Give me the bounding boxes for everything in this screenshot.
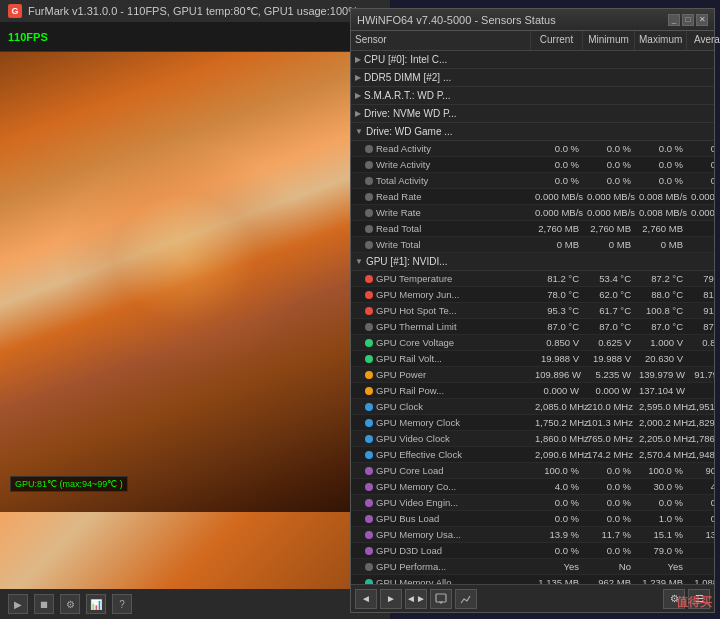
- sensor-row-wdgame-0[interactable]: Read Activity0.0 %0.0 %0.0 %0.0 %: [351, 141, 714, 157]
- expand-arrow-icon: ▼: [355, 127, 363, 136]
- sensor-value-3: 0.0 %: [687, 159, 714, 170]
- toolbar-monitor-btn[interactable]: [430, 589, 452, 609]
- sensor-row-gpu-6[interactable]: GPU Power109.896 W5.235 W139.979 W91.794…: [351, 367, 714, 383]
- sensor-row-gpu-14[interactable]: GPU Video Engin...0.0 %0.0 %0.0 %0.0 %: [351, 495, 714, 511]
- sensor-row-gpu-5[interactable]: GPU Rail Volt...19.988 V19.988 V20.630 V: [351, 351, 714, 367]
- furmark-btn-3[interactable]: ⚙: [60, 594, 80, 614]
- furmark-btn-1[interactable]: ▶: [8, 594, 28, 614]
- sensor-value-3: 0.0 %: [687, 143, 714, 154]
- sensor-row-wdgame-3[interactable]: Read Rate0.000 MB/s0.000 MB/s0.008 MB/s0…: [351, 189, 714, 205]
- sensor-row-gpu-17[interactable]: GPU D3D Load0.0 %0.0 %79.0 %: [351, 543, 714, 559]
- hwinfo-close-btn[interactable]: ✕: [696, 14, 708, 26]
- group-cpu[interactable]: ▶CPU [#0]: Intel C...: [351, 51, 714, 69]
- sensor-value-2: 0.0 %: [635, 159, 687, 170]
- header-maximum: Maximum: [635, 31, 687, 50]
- expand-arrow-icon: ▶: [355, 109, 361, 118]
- sensor-row-gpu-15[interactable]: GPU Bus Load0.0 %0.0 %1.0 %0.1 %: [351, 511, 714, 527]
- sensor-value-1: 53.4 °C: [583, 273, 635, 284]
- sensor-row-gpu-4[interactable]: GPU Core Voltage0.850 V0.625 V1.000 V0.8…: [351, 335, 714, 351]
- sensor-value-1: 19.988 V: [583, 353, 635, 364]
- group-smart[interactable]: ▶S.M.A.R.T.: WD P...: [351, 87, 714, 105]
- hwinfo-sensor-list[interactable]: ▶CPU [#0]: Intel C...▶DDR5 DIMM [#2] ...…: [351, 51, 714, 584]
- sensor-row-gpu-0[interactable]: GPU Temperature81.2 °C53.4 °C87.2 °C79.1…: [351, 271, 714, 287]
- sensor-row-gpu-18[interactable]: GPU Performa...YesNoYesYes: [351, 559, 714, 575]
- hwinfo-titlebar: HWiNFO64 v7.40-5000 - Sensors Status _ □…: [351, 9, 714, 31]
- temp-sensor-icon: [365, 291, 373, 299]
- sensor-value-2: 87.2 °C: [635, 273, 687, 284]
- sensor-row-wdgame-1[interactable]: Write Activity0.0 %0.0 %0.0 %0.0 %: [351, 157, 714, 173]
- sensor-value-2: 15.1 %: [635, 529, 687, 540]
- sensor-value-2: 1.0 %: [635, 513, 687, 524]
- sensor-name-cell: GPU Effective Clock: [351, 449, 531, 460]
- sensor-value-1: 0.0 %: [583, 159, 635, 170]
- sensor-row-wdgame-2[interactable]: Total Activity0.0 %0.0 %0.0 %0.0 %: [351, 173, 714, 189]
- hwinfo-title: HWiNFO64 v7.40-5000 - Sensors Status: [357, 14, 668, 26]
- toolbar-nav-btn[interactable]: ◄►: [405, 589, 427, 609]
- furmark-btn-5[interactable]: ?: [112, 594, 132, 614]
- hwinfo-maximize-btn[interactable]: □: [682, 14, 694, 26]
- sensor-value-1: 11.7 %: [583, 529, 635, 540]
- sensor-row-gpu-10[interactable]: GPU Video Clock1,860.0 MHz765.0 MHz2,205…: [351, 431, 714, 447]
- sensor-name-cell: Write Total: [351, 239, 531, 250]
- sensor-value-1: 0.0 %: [583, 465, 635, 476]
- sensor-value-2: 0.008 MB/s: [635, 191, 687, 202]
- furmark-titlebar: G FurMark v1.31.0.0 - 110FPS, GPU1 temp:…: [0, 0, 390, 22]
- sensor-value-1: 0.0 %: [583, 143, 635, 154]
- sensor-value-3: 0.1 %: [687, 513, 714, 524]
- sensor-row-wdgame-5[interactable]: Read Total2,760 MB2,760 MB2,760 MB: [351, 221, 714, 237]
- header-minimum: Minimum: [583, 31, 635, 50]
- sensor-value-3: 0.830 V: [687, 337, 714, 348]
- sensor-value-1: 87.0 °C: [583, 321, 635, 332]
- sensor-value-0: 0.0 %: [531, 497, 583, 508]
- default-sensor-icon: [365, 209, 373, 217]
- sensor-value-0: 2,760 MB: [531, 223, 583, 234]
- sensor-row-gpu-3[interactable]: GPU Thermal Limit87.0 °C87.0 °C87.0 °C87…: [351, 319, 714, 335]
- furmark-bottom-bar: ▶ ⏹ ⚙ 📊 ?: [0, 589, 390, 619]
- sensor-value-2: 87.0 °C: [635, 321, 687, 332]
- furmark-btn-4[interactable]: 📊: [86, 594, 106, 614]
- sensor-value-2: 1,239 MB: [635, 577, 687, 584]
- furmark-render-area: GPU:81℃ (max:94~99℃ ): [0, 52, 390, 512]
- default-sensor-icon: [365, 241, 373, 249]
- sensor-row-wdgame-6[interactable]: Write Total0 MB0 MB0 MB: [351, 237, 714, 253]
- sensor-value-3: 4.9 %: [687, 481, 714, 492]
- header-average: Average: [687, 31, 720, 50]
- load-sensor-icon: [365, 483, 373, 491]
- sensor-row-gpu-7[interactable]: GPU Rail Pow...0.000 W0.000 W137.104 W: [351, 383, 714, 399]
- sensor-value-1: 0.625 V: [583, 337, 635, 348]
- sensor-name-cell: GPU Temperature: [351, 273, 531, 284]
- toolbar-forward-btn[interactable]: ►: [380, 589, 402, 609]
- sensor-row-gpu-13[interactable]: GPU Memory Co...4.0 %0.0 %30.0 %4.9 %: [351, 479, 714, 495]
- sensor-row-gpu-8[interactable]: GPU Clock2,085.0 MHz210.0 MHz2,595.0 MHz…: [351, 399, 714, 415]
- sensor-value-3: 90.4 %: [687, 465, 714, 476]
- group-dimm[interactable]: ▶DDR5 DIMM [#2] ...: [351, 69, 714, 87]
- load-sensor-icon: [365, 467, 373, 475]
- group-nvme[interactable]: ▶Drive: NVMe WD P...: [351, 105, 714, 123]
- hwinfo-table-header: Sensor Current Minimum Maximum Average: [351, 31, 714, 51]
- group-gpu[interactable]: ▼GPU [#1]: NVIDI...: [351, 253, 714, 271]
- hwinfo-minimize-btn[interactable]: _: [668, 14, 680, 26]
- sensor-row-gpu-11[interactable]: GPU Effective Clock2,090.6 MHz174.2 MHz2…: [351, 447, 714, 463]
- sensor-row-gpu-9[interactable]: GPU Memory Clock1,750.2 MHz101.3 MHz2,00…: [351, 415, 714, 431]
- sensor-value-0: 87.0 °C: [531, 321, 583, 332]
- sensor-name-cell: GPU Power: [351, 369, 531, 380]
- sensor-row-gpu-16[interactable]: GPU Memory Usa...13.9 %11.7 %15.1 %13.3 …: [351, 527, 714, 543]
- group-wdgame[interactable]: ▼Drive: WD Game ...: [351, 123, 714, 141]
- sensor-row-wdgame-4[interactable]: Write Rate0.000 MB/s0.000 MB/s0.008 MB/s…: [351, 205, 714, 221]
- sensor-row-gpu-19[interactable]: GPU Memory Allo...1,135 MB962 MB1,239 MB…: [351, 575, 714, 584]
- sensor-value-2: 139.979 W: [635, 369, 687, 380]
- sensor-row-gpu-12[interactable]: GPU Core Load100.0 %0.0 %100.0 %90.4 %: [351, 463, 714, 479]
- sensor-name-cell: GPU Rail Pow...: [351, 385, 531, 396]
- sensor-name-cell: GPU Memory Allo...: [351, 577, 531, 584]
- sensor-value-2: 20.630 V: [635, 353, 687, 364]
- toolbar-graph-btn[interactable]: [455, 589, 477, 609]
- sensor-value-2: 0.0 %: [635, 175, 687, 186]
- clock-sensor-icon: [365, 403, 373, 411]
- hwinfo-window-buttons: _ □ ✕: [668, 14, 708, 26]
- sensor-value-1: 210.0 MHz: [583, 401, 635, 412]
- sensor-row-gpu-1[interactable]: GPU Memory Jun...78.0 °C62.0 °C88.0 °C81…: [351, 287, 714, 303]
- sensor-row-gpu-2[interactable]: GPU Hot Spot Te...95.3 °C61.7 °C100.8 °C…: [351, 303, 714, 319]
- furmark-btn-2[interactable]: ⏹: [34, 594, 54, 614]
- toolbar-back-btn[interactable]: ◄: [355, 589, 377, 609]
- temp-sensor-icon: [365, 307, 373, 315]
